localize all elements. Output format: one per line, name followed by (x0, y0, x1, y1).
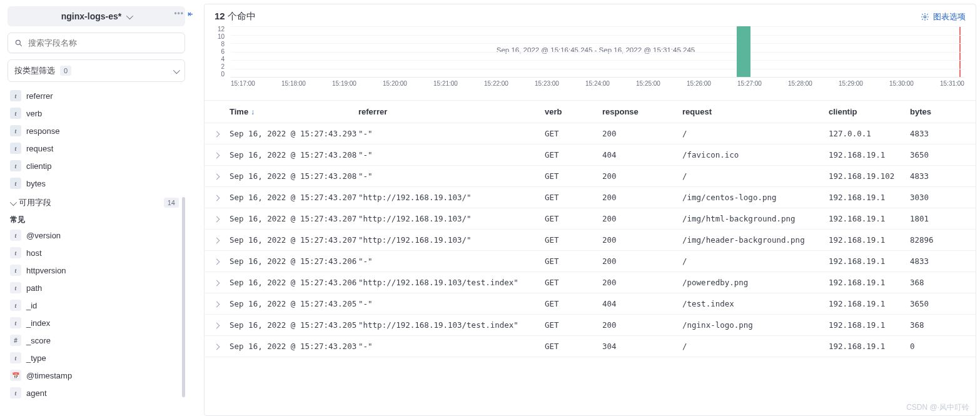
expand-row-icon[interactable] (215, 257, 230, 266)
field-@version[interactable]: t@version (8, 226, 181, 244)
field-request[interactable]: trequest (8, 140, 181, 157)
field-label: path (26, 283, 42, 293)
cell-request: / (682, 256, 829, 266)
filter-by-type[interactable]: 按类型筛选 0 (8, 59, 185, 82)
col-verb[interactable]: verb (545, 107, 602, 116)
expand-row-icon[interactable] (215, 215, 230, 223)
cell-bytes: 4833 (910, 129, 966, 138)
field-_score[interactable]: #_score (8, 332, 181, 349)
expand-row-icon[interactable] (215, 129, 230, 138)
more-icon[interactable]: ••• (174, 9, 184, 18)
col-bytes[interactable]: bytes (910, 107, 966, 116)
field-path[interactable]: tpath (8, 279, 181, 297)
expand-row-icon[interactable] (215, 300, 230, 308)
svg-line-1 (19, 44, 21, 46)
field-_index[interactable]: t_index (8, 314, 181, 332)
field-httpversion[interactable]: thttpversion (8, 261, 181, 279)
text-field-icon: t (10, 317, 21, 328)
cell-response: 200 (602, 235, 682, 245)
cell-verb: GET (545, 129, 602, 138)
field-clientip[interactable]: tclientip (8, 157, 181, 175)
field-_id[interactable]: t_id (8, 297, 181, 314)
gear-icon (921, 13, 929, 21)
cell-time: Sep 16, 2022 @ 15:27:43.207 (230, 235, 358, 245)
field-@timestamp[interactable]: @timestamp (8, 367, 181, 384)
field-referrer[interactable]: treferrer (8, 87, 181, 104)
col-referrer[interactable]: referrer (358, 107, 545, 116)
field-label: clientip (26, 161, 51, 171)
cell-referrer: "-" (358, 150, 545, 160)
col-clientip[interactable]: clientip (829, 107, 910, 116)
search-icon (14, 39, 23, 48)
col-response[interactable]: response (602, 107, 682, 116)
expand-row-icon[interactable] (215, 172, 230, 181)
table-row[interactable]: Sep 16, 2022 @ 15:27:43.208"-"GET404/fav… (205, 145, 976, 166)
cell-time: Sep 16, 2022 @ 15:27:43.293 (230, 129, 358, 138)
table-row[interactable]: Sep 16, 2022 @ 15:27:43.207"http://192.1… (205, 208, 976, 230)
table-row[interactable]: Sep 16, 2022 @ 15:27:43.208"-"GET200/192… (205, 166, 976, 187)
cell-clientip: 192.168.19.1 (829, 278, 910, 287)
table-row[interactable]: Sep 16, 2022 @ 15:27:43.207"http://192.1… (205, 230, 976, 251)
cell-verb: GET (545, 256, 602, 266)
cell-time: Sep 16, 2022 @ 15:27:43.206 (230, 278, 358, 287)
cell-response: 200 (602, 129, 682, 138)
text-field-icon: t (10, 352, 21, 363)
col-time[interactable]: Time ↓ (230, 107, 358, 116)
field-_type[interactable]: t_type (8, 349, 181, 367)
text-field-icon: t (10, 178, 21, 189)
cell-response: 200 (602, 193, 682, 202)
field-label: bytes (26, 179, 46, 188)
cell-referrer: "-" (358, 342, 545, 351)
collapse-sidebar-icon[interactable]: ⇤ (188, 9, 193, 19)
field-response[interactable]: tresponse (8, 122, 181, 140)
cell-verb: GET (545, 320, 602, 330)
field-search-input[interactable] (8, 33, 185, 53)
table-row[interactable]: Sep 16, 2022 @ 15:27:43.207"http://192.1… (205, 187, 976, 208)
expand-row-icon[interactable] (215, 321, 230, 330)
chart-options-button[interactable]: 图表选项 (921, 11, 966, 23)
field-host[interactable]: thost (8, 244, 181, 261)
field-verb[interactable]: tverb (8, 104, 181, 122)
table-row[interactable]: Sep 16, 2022 @ 15:27:43.206"http://192.1… (205, 272, 976, 293)
table-row[interactable]: Sep 16, 2022 @ 15:27:43.206"-"GET200/192… (205, 251, 976, 272)
table-row[interactable]: Sep 16, 2022 @ 15:27:43.205"http://192.1… (205, 315, 976, 336)
table-row[interactable]: Sep 16, 2022 @ 15:27:43.203"-"GET304/192… (205, 336, 976, 357)
index-pattern-select[interactable]: nginx-logs-es* (8, 6, 185, 26)
cell-bytes: 0 (910, 342, 966, 351)
scrollbar-thumb[interactable] (182, 197, 185, 397)
table-row[interactable]: Sep 16, 2022 @ 15:27:43.205"-"GET404/tes… (205, 293, 976, 315)
sort-desc-icon: ↓ (251, 108, 255, 116)
cell-request: /img/centos-logo.png (682, 193, 829, 202)
field-label: response (26, 126, 59, 136)
chart-plot-area[interactable] (231, 26, 964, 78)
cell-referrer: "http://192.168.19.103/" (358, 235, 545, 245)
available-fields-header[interactable]: 可用字段 14 (8, 192, 181, 211)
common-fields-header: 常见 (8, 211, 181, 226)
field-search[interactable] (28, 38, 178, 48)
number-field-icon: # (10, 335, 21, 346)
expand-row-icon[interactable] (215, 278, 230, 287)
available-count: 14 (164, 198, 179, 208)
field-agent[interactable]: tagent (8, 384, 181, 402)
expand-row-icon[interactable] (215, 193, 230, 202)
text-field-icon: t (10, 108, 21, 119)
expand-row-icon[interactable] (215, 342, 230, 351)
x-axis: 15:17:0015:18:0015:19:0015:20:0015:21:00… (231, 80, 964, 87)
expand-row-icon[interactable] (215, 151, 230, 160)
text-field-icon: t (10, 300, 21, 311)
chart-bar[interactable] (737, 26, 750, 77)
cell-referrer: "http://192.168.19.103/" (358, 193, 545, 202)
table-row[interactable]: Sep 16, 2022 @ 15:27:43.293"-"GET200/127… (205, 123, 976, 145)
cell-time: Sep 16, 2022 @ 15:27:43.205 (230, 299, 358, 308)
field-label: host (26, 248, 42, 258)
col-request[interactable]: request (682, 107, 829, 116)
cell-response: 200 (602, 256, 682, 266)
cell-referrer: "http://192.168.19.103/test.index" (358, 320, 545, 330)
cell-verb: GET (545, 235, 602, 245)
field-bytes[interactable]: tbytes (8, 175, 181, 192)
cell-request: /favicon.ico (682, 150, 829, 160)
cell-bytes: 368 (910, 320, 966, 330)
expand-row-icon[interactable] (215, 236, 230, 245)
histogram-chart[interactable]: 121086420 15:17:0015:18:0015:19:0015:20:… (205, 26, 976, 96)
cell-clientip: 192.168.19.1 (829, 342, 910, 351)
